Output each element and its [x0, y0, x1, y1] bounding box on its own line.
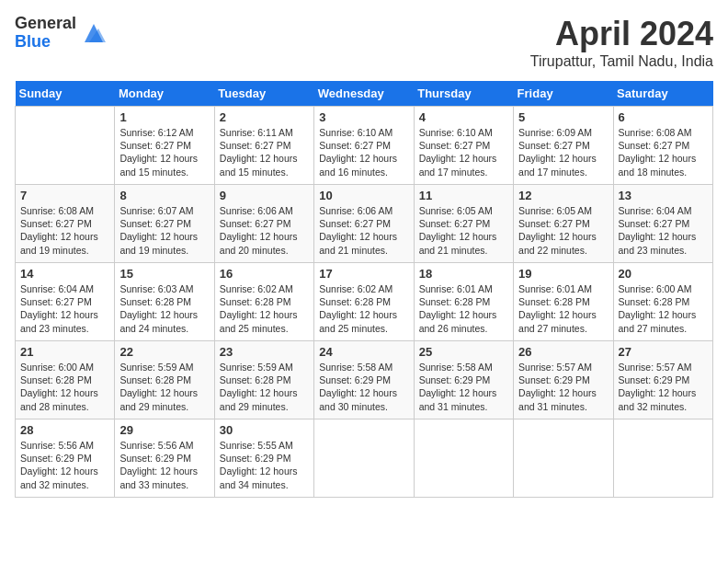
calendar-cell	[16, 107, 115, 185]
day-info: Sunrise: 6:08 AM Sunset: 6:27 PM Dayligh…	[20, 204, 109, 257]
day-info: Sunrise: 5:56 AM Sunset: 6:29 PM Dayligh…	[20, 439, 109, 491]
logo-general-text: General	[15, 15, 76, 33]
day-info: Sunrise: 6:03 AM Sunset: 6:28 PM Dayligh…	[119, 282, 209, 335]
calendar-cell: 17Sunrise: 6:02 AM Sunset: 6:28 PM Dayli…	[314, 263, 414, 341]
day-number: 7	[20, 189, 109, 202]
calendar-week-row: 1Sunrise: 6:12 AM Sunset: 6:27 PM Daylig…	[16, 107, 713, 185]
day-info: Sunrise: 5:59 AM Sunset: 6:28 PM Dayligh…	[220, 361, 309, 413]
day-info: Sunrise: 6:05 AM Sunset: 6:27 PM Dayligh…	[518, 204, 608, 257]
day-number: 29	[119, 423, 209, 437]
calendar-cell: 10Sunrise: 6:06 AM Sunset: 6:27 PM Dayli…	[314, 185, 414, 263]
calendar-week-row: 21Sunrise: 6:00 AM Sunset: 6:28 PM Dayli…	[16, 341, 713, 419]
day-info: Sunrise: 6:10 AM Sunset: 6:27 PM Dayligh…	[419, 126, 508, 178]
subtitle: Tirupattur, Tamil Nadu, India	[530, 53, 713, 70]
day-number: 27	[619, 345, 708, 359]
calendar-cell: 11Sunrise: 6:05 AM Sunset: 6:27 PM Dayli…	[414, 185, 513, 263]
calendar-cell: 12Sunrise: 6:05 AM Sunset: 6:27 PM Dayli…	[514, 185, 613, 263]
day-info: Sunrise: 5:58 AM Sunset: 6:29 PM Dayligh…	[419, 361, 508, 413]
day-number: 13	[619, 189, 708, 202]
calendar-cell: 14Sunrise: 6:04 AM Sunset: 6:27 PM Dayli…	[16, 263, 115, 341]
calendar-cell: 3Sunrise: 6:10 AM Sunset: 6:27 PM Daylig…	[314, 107, 414, 185]
logo-icon	[80, 19, 108, 47]
day-info: Sunrise: 6:12 AM Sunset: 6:27 PM Dayligh…	[119, 126, 209, 178]
day-info: Sunrise: 5:59 AM Sunset: 6:28 PM Dayligh…	[119, 361, 209, 413]
day-info: Sunrise: 6:11 AM Sunset: 6:27 PM Dayligh…	[220, 126, 309, 178]
day-info: Sunrise: 6:06 AM Sunset: 6:27 PM Dayligh…	[220, 204, 309, 257]
calendar-cell: 27Sunrise: 5:57 AM Sunset: 6:29 PM Dayli…	[613, 341, 712, 419]
day-number: 11	[419, 189, 508, 202]
calendar-cell: 1Sunrise: 6:12 AM Sunset: 6:27 PM Daylig…	[115, 107, 214, 185]
calendar-cell	[414, 419, 513, 498]
day-info: Sunrise: 6:01 AM Sunset: 6:28 PM Dayligh…	[518, 282, 608, 335]
calendar-cell: 2Sunrise: 6:11 AM Sunset: 6:27 PM Daylig…	[214, 107, 313, 185]
title-section: April 2024 Tirupattur, Tamil Nadu, India	[530, 15, 713, 70]
day-info: Sunrise: 6:00 AM Sunset: 6:28 PM Dayligh…	[20, 361, 109, 413]
calendar-cell: 22Sunrise: 5:59 AM Sunset: 6:28 PM Dayli…	[115, 341, 214, 419]
day-info: Sunrise: 6:07 AM Sunset: 6:27 PM Dayligh…	[119, 204, 209, 257]
day-number: 15	[119, 267, 209, 281]
calendar-cell: 7Sunrise: 6:08 AM Sunset: 6:27 PM Daylig…	[16, 185, 115, 263]
calendar-cell: 19Sunrise: 6:01 AM Sunset: 6:28 PM Dayli…	[514, 263, 613, 341]
day-number: 26	[518, 345, 608, 359]
calendar-cell: 5Sunrise: 6:09 AM Sunset: 6:27 PM Daylig…	[514, 107, 613, 185]
day-info: Sunrise: 5:57 AM Sunset: 6:29 PM Dayligh…	[619, 361, 708, 413]
day-number: 21	[20, 345, 109, 359]
day-info: Sunrise: 6:06 AM Sunset: 6:27 PM Dayligh…	[319, 204, 408, 257]
day-info: Sunrise: 6:09 AM Sunset: 6:27 PM Dayligh…	[518, 126, 608, 178]
calendar-cell: 8Sunrise: 6:07 AM Sunset: 6:27 PM Daylig…	[115, 185, 214, 263]
calendar-header-sunday: Sunday	[16, 81, 115, 107]
day-number: 23	[220, 345, 309, 359]
calendar-cell: 30Sunrise: 5:55 AM Sunset: 6:29 PM Dayli…	[214, 419, 313, 498]
main-title: April 2024	[530, 15, 713, 53]
calendar-cell: 18Sunrise: 6:01 AM Sunset: 6:28 PM Dayli…	[414, 263, 513, 341]
day-info: Sunrise: 6:10 AM Sunset: 6:27 PM Dayligh…	[319, 126, 408, 178]
calendar-header-wednesday: Wednesday	[314, 81, 414, 107]
day-info: Sunrise: 6:04 AM Sunset: 6:27 PM Dayligh…	[20, 282, 109, 335]
calendar-cell: 29Sunrise: 5:56 AM Sunset: 6:29 PM Dayli…	[115, 419, 214, 498]
calendar-table: SundayMondayTuesdayWednesdayThursdayFrid…	[15, 81, 713, 498]
day-info: Sunrise: 6:08 AM Sunset: 6:27 PM Dayligh…	[619, 126, 708, 178]
day-info: Sunrise: 6:04 AM Sunset: 6:27 PM Dayligh…	[619, 204, 708, 257]
calendar-cell: 4Sunrise: 6:10 AM Sunset: 6:27 PM Daylig…	[414, 107, 513, 185]
day-number: 30	[220, 423, 309, 437]
day-number: 5	[518, 110, 608, 124]
calendar-header-thursday: Thursday	[414, 81, 513, 107]
calendar-cell: 13Sunrise: 6:04 AM Sunset: 6:27 PM Dayli…	[613, 185, 712, 263]
day-info: Sunrise: 5:57 AM Sunset: 6:29 PM Dayligh…	[518, 361, 608, 413]
calendar-header-friday: Friday	[514, 81, 613, 107]
page-header: General Blue April 2024 Tirupattur, Tami…	[15, 15, 713, 70]
calendar-cell: 9Sunrise: 6:06 AM Sunset: 6:27 PM Daylig…	[214, 185, 313, 263]
calendar-week-row: 28Sunrise: 5:56 AM Sunset: 6:29 PM Dayli…	[16, 419, 713, 498]
day-number: 16	[220, 267, 309, 281]
calendar-cell	[514, 419, 613, 498]
day-number: 22	[119, 345, 209, 359]
calendar-header-row: SundayMondayTuesdayWednesdayThursdayFrid…	[16, 81, 713, 107]
day-number: 9	[220, 189, 309, 202]
calendar-cell: 23Sunrise: 5:59 AM Sunset: 6:28 PM Dayli…	[214, 341, 313, 419]
calendar-cell	[314, 419, 414, 498]
day-number: 6	[619, 110, 708, 124]
day-info: Sunrise: 5:58 AM Sunset: 6:29 PM Dayligh…	[319, 361, 408, 413]
day-number: 28	[20, 423, 109, 437]
calendar-cell: 24Sunrise: 5:58 AM Sunset: 6:29 PM Dayli…	[314, 341, 414, 419]
day-number: 12	[518, 189, 608, 202]
day-number: 3	[319, 110, 408, 124]
day-number: 17	[319, 267, 408, 281]
calendar-cell: 16Sunrise: 6:02 AM Sunset: 6:28 PM Dayli…	[214, 263, 313, 341]
calendar-cell: 26Sunrise: 5:57 AM Sunset: 6:29 PM Dayli…	[514, 341, 613, 419]
logo: General Blue	[15, 15, 108, 52]
day-info: Sunrise: 5:56 AM Sunset: 6:29 PM Dayligh…	[119, 439, 209, 491]
day-info: Sunrise: 6:02 AM Sunset: 6:28 PM Dayligh…	[220, 282, 309, 335]
calendar-cell: 28Sunrise: 5:56 AM Sunset: 6:29 PM Dayli…	[16, 419, 115, 498]
calendar-week-row: 14Sunrise: 6:04 AM Sunset: 6:27 PM Dayli…	[16, 263, 713, 341]
day-number: 4	[419, 110, 508, 124]
calendar-cell: 6Sunrise: 6:08 AM Sunset: 6:27 PM Daylig…	[613, 107, 712, 185]
day-number: 10	[319, 189, 408, 202]
calendar-header-monday: Monday	[115, 81, 214, 107]
calendar-cell	[613, 419, 712, 498]
day-number: 1	[119, 110, 209, 124]
day-info: Sunrise: 6:02 AM Sunset: 6:28 PM Dayligh…	[319, 282, 408, 335]
logo-blue-text: Blue	[15, 33, 76, 52]
calendar-week-row: 7Sunrise: 6:08 AM Sunset: 6:27 PM Daylig…	[16, 185, 713, 263]
calendar-cell: 21Sunrise: 6:00 AM Sunset: 6:28 PM Dayli…	[16, 341, 115, 419]
